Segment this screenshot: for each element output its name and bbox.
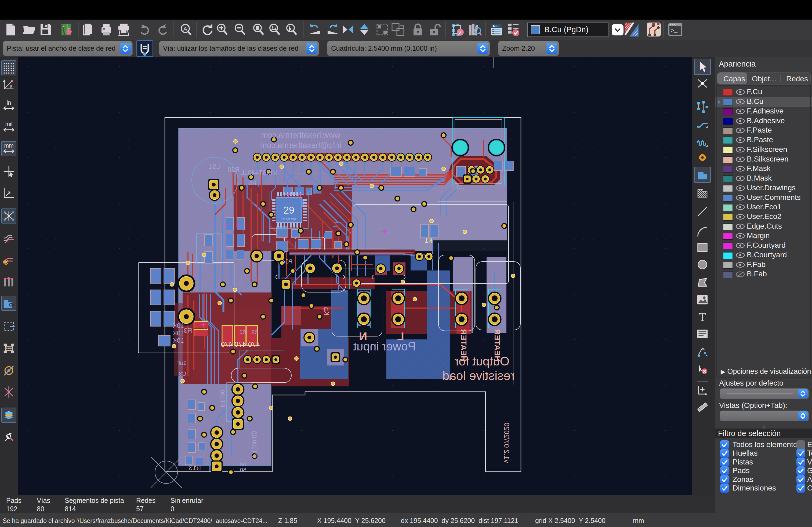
svg-text:R3: R3 xyxy=(184,327,192,334)
svg-text:C3: C3 xyxy=(179,370,186,377)
svg-text:θ: θ xyxy=(10,84,12,89)
svg-text:NET: NET xyxy=(493,24,500,28)
svg-text:N: N xyxy=(359,330,367,343)
svg-text:29: 29 xyxy=(284,205,294,216)
svg-text:10K: 10K xyxy=(173,330,184,337)
svg-text:J3: J3 xyxy=(456,183,463,191)
svg-text:LS1: LS1 xyxy=(209,163,220,170)
svg-text:mm: mm xyxy=(4,142,13,149)
svg-text:info@hexatherma.com: info@hexatherma.com xyxy=(260,140,341,149)
svg-text:50: 50 xyxy=(240,467,246,473)
svg-text:in: in xyxy=(7,100,11,106)
svg-text:1uF: 1uF xyxy=(176,360,187,366)
svg-text:R8: R8 xyxy=(251,329,259,335)
svg-text:>_: >_ xyxy=(671,28,678,34)
svg-text:mil: mil xyxy=(5,121,12,127)
svg-text:HEATER: HEATER xyxy=(460,329,468,361)
svg-text:P54: P54 xyxy=(282,258,292,265)
svg-text:MMBT4401L: MMBT4401L xyxy=(241,169,277,176)
svg-text:v1.2 07/2020: v1.2 07/2020 xyxy=(503,423,511,463)
svg-text:resistive load: resistive load xyxy=(443,369,514,383)
svg-text:K5: K5 xyxy=(323,307,331,316)
svg-text:HEATER: HEATER xyxy=(493,329,502,361)
svg-text:www.hexatherma.com: www.hexatherma.com xyxy=(261,131,340,139)
svg-text:T: T xyxy=(699,311,706,323)
svg-text:10K: 10K xyxy=(173,322,184,329)
svg-text:HD: HD xyxy=(249,180,257,186)
svg-text:50: 50 xyxy=(240,462,246,467)
svg-text:10K: 10K xyxy=(173,337,184,344)
svg-text:R20: R20 xyxy=(228,166,240,173)
svg-text:R13: R13 xyxy=(189,464,201,471)
svg-text:K1: K1 xyxy=(424,237,432,244)
svg-text:PT100 (2): PT100 (2) xyxy=(251,431,258,457)
svg-text:PT100: PT100 xyxy=(219,390,226,407)
svg-text:470 470 470: 470 470 470 xyxy=(221,340,260,348)
svg-text:Net ICE Rd29: Net ICE Rd29 xyxy=(281,217,296,220)
svg-text:A: A xyxy=(184,26,187,32)
svg-text:L: L xyxy=(397,330,404,343)
svg-text:R6: R6 xyxy=(240,329,246,335)
